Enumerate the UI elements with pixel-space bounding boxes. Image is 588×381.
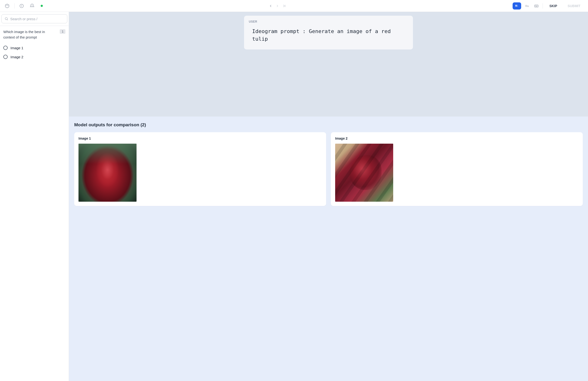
markdown-label: M↓ xyxy=(515,4,518,7)
output-card-title: Image 1 xyxy=(79,137,322,140)
prompt-text: Ideogram prompt : Generate an image of a… xyxy=(249,28,408,43)
prompt-role-label: USER xyxy=(249,20,408,23)
search-icon xyxy=(4,17,8,21)
svg-line-12 xyxy=(7,20,8,20)
nav-last-icon[interactable] xyxy=(282,4,286,8)
output-image-1[interactable] xyxy=(79,144,137,202)
alert-icon[interactable] xyxy=(29,3,35,9)
submit-button[interactable]: SUBMIT xyxy=(564,2,584,10)
outputs-section: Model outputs for comparison (2) Image 1… xyxy=(69,117,588,381)
skip-button[interactable]: SKIP xyxy=(546,2,561,10)
sidebar: Which image is the best in context of th… xyxy=(0,12,69,381)
search-input-wrapper[interactable] xyxy=(1,14,67,23)
radio-option-image-2[interactable]: Image 2 xyxy=(3,52,65,61)
ra-label: Ra xyxy=(525,4,529,7)
top-toolbar: M↓ Ra SKIP SUBMIT xyxy=(0,0,588,12)
radio-label: Image 1 xyxy=(10,46,23,50)
question-shortcut-badge: 1 xyxy=(60,29,65,34)
toolbar-divider xyxy=(543,3,543,9)
info-icon[interactable] xyxy=(18,3,25,9)
question-text: Which image is the best in context of th… xyxy=(3,29,57,40)
status-dot-icon xyxy=(41,5,43,7)
radio-icon xyxy=(3,55,8,59)
outputs-heading: Model outputs for comparison (2) xyxy=(74,122,583,127)
radio-icon xyxy=(3,46,8,50)
radio-option-image-1[interactable]: Image 1 xyxy=(3,43,65,52)
nav-next-icon[interactable] xyxy=(275,4,279,8)
keyboard-icon[interactable] xyxy=(533,3,540,9)
svg-point-4 xyxy=(32,6,32,6)
logo-icon[interactable] xyxy=(4,3,10,9)
output-card-1[interactable]: Image 1 xyxy=(74,132,326,206)
radio-label: Image 2 xyxy=(10,55,23,59)
toolbar-divider xyxy=(14,3,15,9)
svg-rect-6 xyxy=(534,5,538,7)
ra-button[interactable]: Ra xyxy=(524,3,530,8)
prompt-card: USER Ideogram prompt : Generate an image… xyxy=(244,16,413,49)
question-block: Which image is the best in context of th… xyxy=(0,26,69,65)
main-content: USER Ideogram prompt : Generate an image… xyxy=(69,12,588,381)
nav-prev-icon[interactable] xyxy=(269,4,273,8)
svg-point-11 xyxy=(5,18,7,20)
output-card-2[interactable]: Image 2 xyxy=(331,132,583,206)
svg-point-2 xyxy=(22,5,22,5)
search-input[interactable] xyxy=(10,17,64,21)
markdown-toggle-button[interactable]: M↓ xyxy=(513,2,521,10)
output-image-2[interactable] xyxy=(335,144,393,202)
nav-arrows xyxy=(269,4,286,8)
output-card-title: Image 2 xyxy=(335,137,578,140)
